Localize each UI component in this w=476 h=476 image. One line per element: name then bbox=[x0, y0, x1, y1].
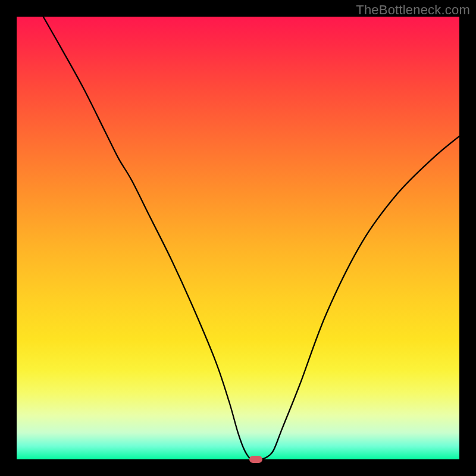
bottleneck-curve bbox=[17, 17, 459, 459]
chart-frame: TheBottleneck.com bbox=[0, 0, 476, 476]
watermark-text: TheBottleneck.com bbox=[356, 2, 470, 18]
plot-area bbox=[17, 17, 459, 459]
minimum-marker bbox=[249, 456, 262, 463]
